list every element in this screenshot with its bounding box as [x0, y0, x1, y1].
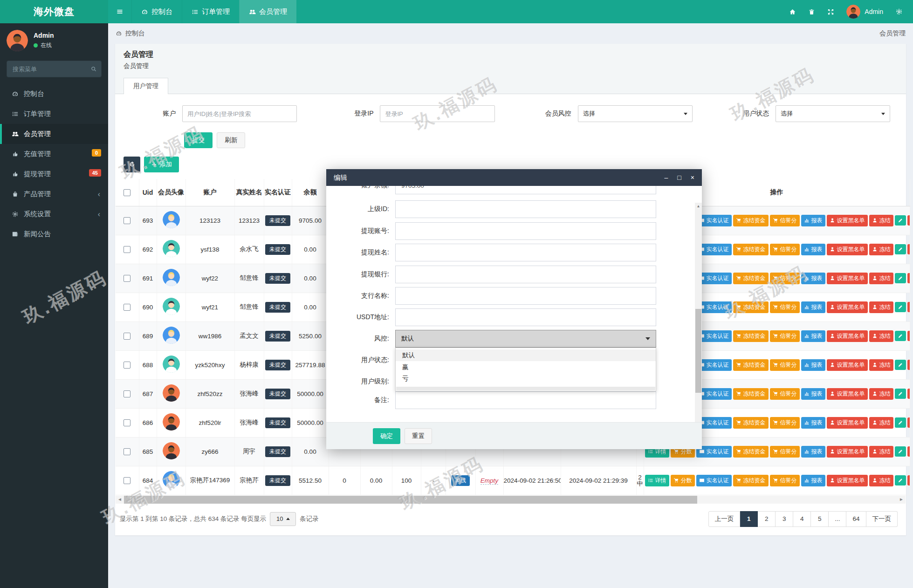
page-button-4[interactable]: 4	[793, 511, 811, 527]
edit-button[interactable]	[895, 475, 906, 485]
delete-button[interactable]	[907, 360, 910, 370]
page-button-...[interactable]: ...	[829, 511, 846, 527]
scroll-left-icon[interactable]: ◄	[117, 497, 122, 502]
freeze-funds-button[interactable]: 冻结资金	[733, 301, 769, 313]
sidebar-item-orders[interactable]: 订单管理	[0, 104, 108, 124]
freeze-button[interactable]: 冻结	[869, 359, 893, 371]
page-button-1[interactable]: 1	[740, 511, 758, 527]
maximize-icon[interactable]: □	[677, 174, 681, 181]
credit-button[interactable]: 信誉分	[770, 388, 800, 400]
reset-button[interactable]: 重置	[405, 428, 432, 444]
user-status-filter-select[interactable]: 选择	[776, 105, 890, 122]
account-search-input[interactable]	[182, 105, 297, 122]
sidebar-toggle-button[interactable]	[108, 0, 131, 23]
report-button[interactable]: 报表	[801, 417, 825, 429]
edit-button[interactable]	[895, 331, 906, 341]
credit-button[interactable]: 信誉分	[770, 330, 800, 342]
balance-field[interactable]	[395, 186, 656, 194]
dropdown-option[interactable]: 赢	[396, 361, 656, 373]
confirm-button[interactable]: 确定	[373, 428, 400, 444]
home-icon[interactable]	[789, 8, 796, 15]
trash-icon[interactable]	[808, 8, 815, 15]
gears-icon[interactable]	[895, 8, 903, 15]
delete-button[interactable]	[907, 475, 910, 485]
user-menu[interactable]: Admin	[846, 5, 883, 19]
report-button[interactable]: 报表	[801, 446, 825, 458]
parent-id-field[interactable]	[395, 200, 656, 218]
breadcrumb-left[interactable]: 控制台	[125, 29, 145, 38]
reload-table-button[interactable]	[124, 157, 140, 172]
delete-button[interactable]	[907, 331, 910, 341]
blacklist-button[interactable]: 设置黑名单	[827, 388, 868, 400]
dropdown-option[interactable]: 亏	[396, 373, 656, 384]
dropdown-scroll-strip[interactable]	[396, 387, 655, 390]
scrollbar-thumb[interactable]	[124, 496, 697, 504]
report-button[interactable]: 报表	[801, 244, 825, 255]
credit-button[interactable]: 信誉分	[770, 475, 800, 486]
row-checkbox[interactable]	[124, 390, 130, 397]
fullscreen-icon[interactable]	[827, 8, 834, 15]
delete-button[interactable]	[907, 215, 910, 226]
page-button-2[interactable]: 2	[758, 511, 776, 527]
branch-name-field[interactable]	[395, 287, 656, 305]
blacklist-button[interactable]: 设置黑名单	[827, 446, 868, 458]
freeze-funds-button[interactable]: 冻结资金	[733, 359, 769, 371]
sidebar-item-recharge[interactable]: 充值管理0	[0, 144, 108, 164]
dialog-titlebar[interactable]: 编辑 – □ ×	[326, 169, 702, 186]
dialog-scrollbar[interactable]: ▲ ▼	[695, 203, 702, 422]
freeze-button[interactable]: 冻结	[869, 273, 893, 284]
report-button[interactable]: 报表	[801, 475, 825, 486]
freeze-button[interactable]: 冻结	[869, 446, 893, 458]
freeze-button[interactable]: 冻结	[869, 475, 893, 486]
edit-button[interactable]	[895, 215, 906, 226]
edit-button[interactable]	[895, 360, 906, 370]
select-all-checkbox[interactable]	[124, 189, 130, 196]
withdraw-bank-field[interactable]	[395, 266, 656, 283]
row-checkbox[interactable]	[124, 217, 130, 224]
freeze-funds-button[interactable]: 冻结资金	[733, 417, 769, 429]
credit-button[interactable]: 信誉分	[770, 359, 800, 371]
page-button-next[interactable]: 下一页	[866, 511, 898, 527]
nav-item-orders[interactable]: 订单管理	[182, 0, 239, 23]
dropdown-option[interactable]: 默认	[396, 349, 656, 361]
sidebar-item-settings[interactable]: 系统设置‹	[0, 204, 108, 224]
freeze-funds-button[interactable]: 冻结资金	[733, 446, 769, 458]
usdt-address-field[interactable]	[395, 308, 656, 326]
freeze-button[interactable]: 冻结	[869, 215, 893, 226]
dialog-scrollbar-thumb[interactable]	[695, 309, 701, 393]
row-checkbox[interactable]	[124, 448, 130, 455]
report-button[interactable]: 报表	[801, 301, 825, 313]
score-button[interactable]: 分数	[671, 475, 695, 486]
credit-button[interactable]: 信誉分	[770, 273, 800, 284]
blacklist-button[interactable]: 设置黑名单	[827, 273, 868, 284]
report-button[interactable]: 报表	[801, 388, 825, 400]
freeze-button[interactable]: 冻结	[869, 417, 893, 429]
row-checkbox[interactable]	[124, 362, 130, 369]
app-logo[interactable]: 海外微盘	[0, 0, 108, 23]
credit-button[interactable]: 信誉分	[770, 244, 800, 255]
blacklist-button[interactable]: 设置黑名单	[827, 215, 868, 226]
page-button-64[interactable]: 64	[846, 511, 866, 527]
sidebar-item-news[interactable]: 新闻公告	[0, 224, 108, 244]
withdraw-name-field[interactable]	[395, 244, 656, 261]
delete-button[interactable]	[907, 244, 910, 254]
nav-item-members[interactable]: 会员管理	[239, 0, 296, 23]
blacklist-button[interactable]: 设置黑名单	[827, 359, 868, 371]
edit-button[interactable]	[895, 244, 906, 254]
edit-button[interactable]	[895, 302, 906, 312]
submit-button[interactable]: 提交	[184, 132, 213, 148]
add-member-button[interactable]: 添加	[144, 157, 179, 172]
sidebar-item-products[interactable]: 产品管理‹	[0, 184, 108, 204]
page-button-5[interactable]: 5	[811, 511, 829, 527]
blacklist-button[interactable]: 设置黑名单	[827, 330, 868, 342]
minimize-icon[interactable]: –	[665, 174, 668, 181]
editable-empty-value[interactable]: Empty	[481, 477, 498, 485]
edit-button[interactable]	[895, 389, 906, 399]
row-checkbox[interactable]	[124, 477, 130, 484]
delete-button[interactable]	[907, 302, 910, 312]
sidebar-item-members[interactable]: 会员管理	[0, 124, 108, 144]
freeze-funds-button[interactable]: 冻结资金	[733, 475, 769, 486]
withdraw-account-field[interactable]	[395, 222, 656, 240]
detail-button[interactable]: 详情	[645, 475, 669, 486]
sidebar-item-withdraw[interactable]: 提现管理45	[0, 164, 108, 184]
